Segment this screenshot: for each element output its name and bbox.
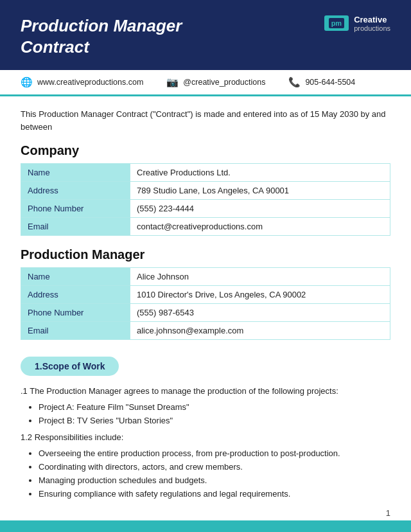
globe-icon: 🌐 <box>21 76 33 88</box>
scope-para1: .1 The Production Manager agrees to mana… <box>21 385 390 398</box>
table-row: Phone Number(555) 987-6543 <box>21 304 390 322</box>
row-label: Address <box>21 286 130 304</box>
phone-contact: 📞 905-644-5504 <box>288 76 355 88</box>
row-value: (555) 223-4444 <box>130 200 390 218</box>
page: Production Manager Contract pm Creative … <box>0 0 411 532</box>
page-number: 1 <box>386 508 390 518</box>
company-table: NameCreative Productions Ltd.Address789 … <box>21 163 390 236</box>
page-title: Production Manager Contract <box>21 15 239 57</box>
row-label: Phone Number <box>21 200 130 218</box>
list-item: Coordinating with directors, actors, and… <box>39 461 390 474</box>
content-area: This Production Manager Contract ("Contr… <box>0 96 411 530</box>
list-item: Project B: TV Series "Urban Stories" <box>39 414 390 428</box>
table-row: NameCreative Productions Ltd. <box>21 164 390 182</box>
contact-bar: 🌐 www.creativeproductions.com 📷 @creativ… <box>0 70 411 96</box>
header: Production Manager Contract pm Creative … <box>0 0 411 70</box>
list-item: Project A: Feature Film "Sunset Dreams" <box>39 401 390 414</box>
manager-section-title: Production Manager <box>21 247 390 262</box>
scope-para2: 1.2 Responsibilities include: <box>21 431 390 445</box>
phone-text: 905-644-5504 <box>305 78 355 87</box>
table-row: Address1010 Director's Drive, Los Angele… <box>21 286 390 304</box>
row-label: Name <box>21 164 130 182</box>
row-value: alice.johnson@example.com <box>130 322 390 340</box>
table-row: Emailalice.johnson@example.com <box>21 322 390 340</box>
scope-badge: 1.Scope of Work <box>21 357 119 376</box>
website-contact: 🌐 www.creativeproductions.com <box>21 76 143 88</box>
list-item: Managing production schedules and budget… <box>39 474 390 488</box>
row-value: (555) 987-6543 <box>130 304 390 322</box>
list-item: Overseeing the entire production process… <box>39 447 390 461</box>
social-contact: 📷 @creative_productions <box>166 76 265 88</box>
website-text: www.creativeproductions.com <box>37 78 143 87</box>
row-label: Email <box>21 218 130 236</box>
row-value: 1010 Director's Drive, Los Angeles, CA 9… <box>130 286 390 304</box>
projects-list: Project A: Feature Film "Sunset Dreams"P… <box>39 401 390 428</box>
manager-table: NameAlice JohnsonAddress1010 Director's … <box>21 267 390 340</box>
brand-sub: productions <box>354 24 390 32</box>
table-row: Emailcontact@creativeproductions.com <box>21 218 390 236</box>
instagram-icon: 📷 <box>166 76 179 88</box>
row-label: Name <box>21 268 130 286</box>
logo-text: Creative productions <box>354 15 390 32</box>
row-label: Email <box>21 322 130 340</box>
logo-icon: pm <box>329 18 345 28</box>
row-label: Address <box>21 182 130 200</box>
company-section-title: Company <box>21 143 390 158</box>
responsibilities-list: Overseeing the entire production process… <box>39 447 390 501</box>
table-row: Address789 Studio Lane, Los Angeles, CA … <box>21 182 390 200</box>
intro-paragraph: This Production Manager Contract ("Contr… <box>21 108 390 133</box>
logo-box: pm <box>324 15 349 31</box>
row-value: 789 Studio Lane, Los Angeles, CA 90001 <box>130 182 390 200</box>
brand-name: Creative <box>354 15 390 24</box>
row-value: contact@creativeproductions.com <box>130 218 390 236</box>
logo-area: pm Creative productions <box>324 15 390 32</box>
table-row: NameAlice Johnson <box>21 268 390 286</box>
row-label: Phone Number <box>21 304 130 322</box>
footer-bar <box>0 520 411 532</box>
list-item: Ensuring compliance with safety regulati… <box>39 488 390 501</box>
row-value: Creative Productions Ltd. <box>130 164 390 182</box>
phone-icon: 📞 <box>288 76 301 88</box>
social-text: @creative_productions <box>183 78 265 87</box>
table-row: Phone Number(555) 223-4444 <box>21 200 390 218</box>
row-value: Alice Johnson <box>130 268 390 286</box>
